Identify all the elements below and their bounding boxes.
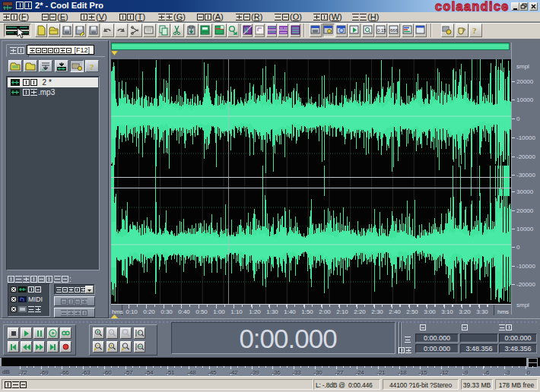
svg-text:0:15: 0:15 [377, 28, 386, 33]
svg-text:666: 666 [390, 28, 399, 33]
svg-text:?: ? [472, 26, 477, 35]
svg-text:?: ? [90, 62, 94, 71]
